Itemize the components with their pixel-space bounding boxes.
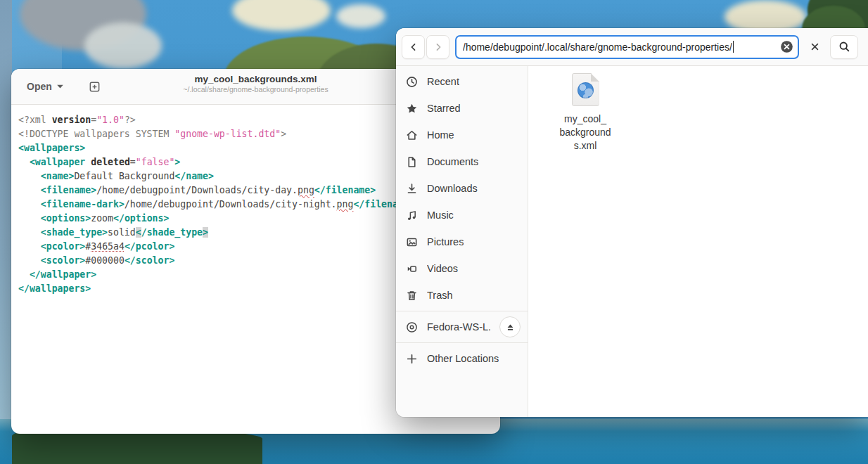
sidebar-item-label: Starred — [427, 103, 461, 114]
disc-icon — [406, 321, 418, 333]
close-icon — [810, 41, 820, 52]
file-name-label: my_cool_ background s.xml — [559, 112, 611, 153]
text-cursor — [733, 41, 734, 53]
cloud — [232, 0, 331, 31]
forward-button[interactable] — [426, 35, 449, 59]
clear-icon[interactable] — [780, 40, 793, 53]
downloads-icon — [406, 183, 418, 195]
sidebar-item-downloads[interactable]: Downloads — [396, 175, 528, 202]
sidebar-item-label: Downloads — [427, 183, 478, 194]
recent-icon — [406, 76, 418, 88]
music-icon — [406, 210, 418, 221]
sidebar-item-starred[interactable]: Starred — [396, 95, 528, 122]
globe-icon — [577, 82, 594, 98]
file-item-xml[interactable]: my_cool_ background s.xml — [551, 73, 620, 153]
sidebar-item-label: Trash — [427, 290, 453, 301]
sidebar-separator — [396, 311, 528, 311]
sidebar: RecentStarredHomeDocumentsDownloadsMusic… — [396, 66, 528, 417]
sidebar-item-home[interactable]: Home — [396, 122, 528, 148]
filechooser-headerbar: /home/debugpoint/.local/share/gnome-back… — [396, 28, 868, 66]
nav-buttons — [402, 35, 449, 59]
xml-document-icon — [572, 73, 599, 106]
close-location-button[interactable] — [803, 36, 826, 58]
starred-icon — [406, 103, 418, 115]
new-tab-button[interactable] — [85, 77, 104, 96]
sidebar-item-videos[interactable]: Videos — [396, 255, 528, 282]
chevron-left-icon — [409, 42, 419, 52]
open-button[interactable]: Open — [21, 77, 70, 96]
chevron-down-icon — [56, 84, 64, 89]
sidebar-item-label: Music — [427, 210, 454, 221]
sidebar-item-label: Recent — [427, 76, 459, 87]
open-button-label: Open — [27, 81, 52, 92]
location-input[interactable]: /home/debugpoint/.local/share/gnome-back… — [455, 35, 799, 59]
drive-label: Fedora-WS-L... — [427, 321, 490, 333]
sidebar-list: RecentStarredHomeDocumentsDownloadsMusic… — [396, 68, 528, 309]
sidebar-item-label: Home — [427, 129, 454, 141]
search-icon — [838, 41, 850, 53]
file-chooser-dialog: /home/debugpoint/.local/share/gnome-back… — [396, 28, 868, 417]
home-icon — [406, 129, 418, 141]
sidebar-item-recent[interactable]: Recent — [396, 68, 528, 95]
chevron-right-icon — [433, 42, 443, 52]
sidebar-item-trash[interactable]: Trash — [396, 282, 528, 309]
trash-icon — [406, 290, 418, 302]
filechooser-body: RecentStarredHomeDocumentsDownloadsMusic… — [396, 66, 868, 417]
file-list-pane[interactable]: my_cool_ background s.xml — [528, 66, 868, 417]
eject-button[interactable] — [499, 316, 521, 337]
cloud — [84, 22, 162, 69]
videos-icon — [406, 263, 418, 275]
back-button[interactable] — [402, 35, 425, 59]
other-locations-label: Other Locations — [427, 353, 499, 364]
location-text: /home/debugpoint/.local/share/gnome-back… — [463, 41, 732, 53]
tab-new-icon — [89, 81, 101, 93]
sidebar-item-documents[interactable]: Documents — [396, 148, 528, 175]
plus-icon — [406, 353, 418, 365]
sidebar-item-label: Pictures — [427, 236, 464, 247]
sidebar-item-other-locations[interactable]: Other Locations — [396, 345, 528, 372]
search-button[interactable] — [830, 35, 858, 59]
sidebar-item-label: Documents — [427, 156, 478, 167]
documents-icon — [406, 156, 418, 168]
eject-icon — [505, 322, 516, 333]
sidebar-item-pictures[interactable]: Pictures — [396, 228, 528, 255]
sidebar-item-label: Videos — [427, 263, 458, 274]
wallpaper-left-band — [0, 0, 12, 464]
pictures-icon — [406, 236, 418, 248]
cloud — [336, 4, 385, 28]
sidebar-item-drive[interactable]: Fedora-WS-L... — [396, 314, 528, 340]
sidebar-item-music[interactable]: Music — [396, 202, 528, 228]
sidebar-separator — [396, 342, 528, 343]
